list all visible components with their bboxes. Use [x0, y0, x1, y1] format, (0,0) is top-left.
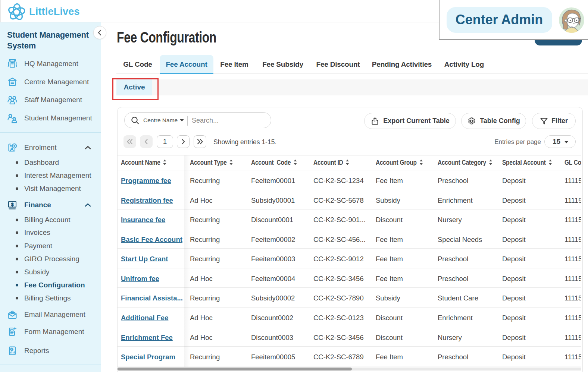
- svg-text:$: $: [11, 202, 14, 207]
